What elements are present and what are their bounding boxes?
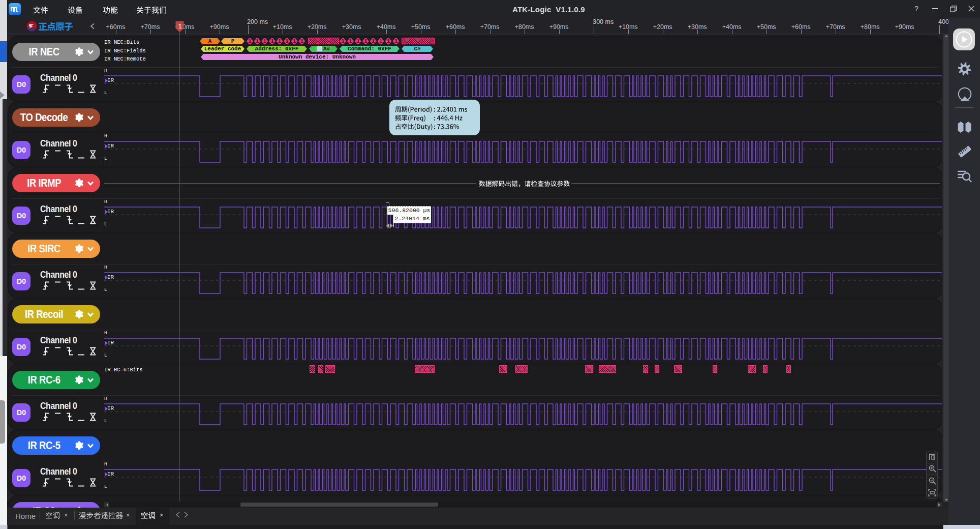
svg-text:1: 1: [178, 22, 181, 30]
